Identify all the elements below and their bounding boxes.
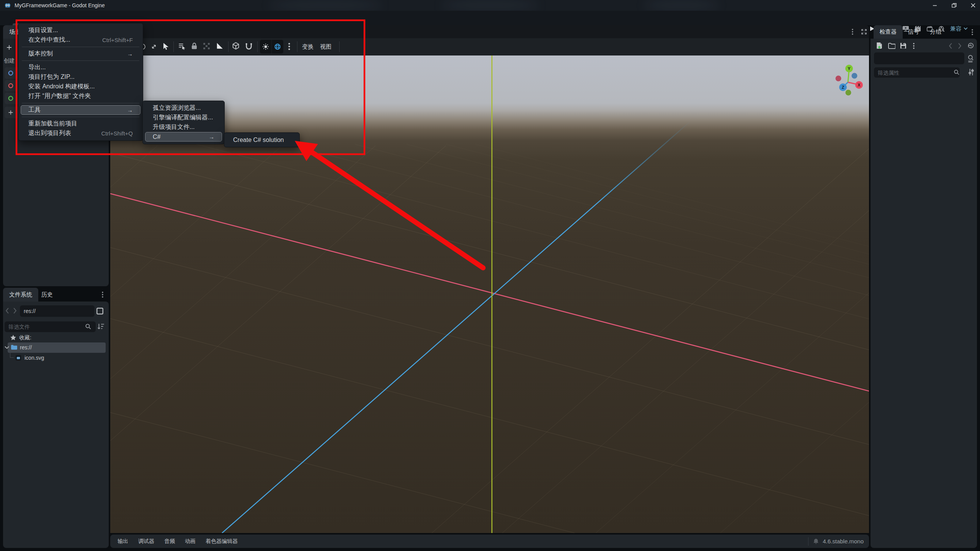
tree-row-res-root[interactable]: res:// bbox=[8, 342, 106, 353]
minimize-button[interactable] bbox=[931, 2, 939, 9]
open-docs-icon[interactable] bbox=[967, 54, 975, 63]
fs-filter-search-icon bbox=[85, 323, 91, 330]
tab-inspector[interactable]: 检查器 bbox=[874, 25, 903, 39]
menu-item-orphan-resources[interactable]: 孤立资源浏览器... bbox=[143, 103, 224, 113]
inspector-tune-icon[interactable] bbox=[968, 68, 975, 76]
menu-item-find-in-files[interactable]: 在文件中查找...Ctrl+Shift+F bbox=[18, 35, 143, 45]
restore-button[interactable] bbox=[950, 2, 958, 9]
scale-tool-icon[interactable] bbox=[150, 43, 158, 51]
fs-path-field[interactable] bbox=[20, 305, 95, 317]
svg-text:X: X bbox=[858, 83, 861, 87]
fs-sort-icon[interactable] bbox=[97, 323, 105, 330]
ruler-icon[interactable] bbox=[216, 42, 223, 50]
close-button[interactable] bbox=[969, 2, 977, 9]
menu-item-reload-project[interactable]: 重新加载当前项目 bbox=[18, 119, 143, 129]
history-forward-icon[interactable] bbox=[958, 43, 962, 49]
menu-item-project-settings[interactable]: 项目设置... bbox=[18, 26, 143, 35]
resource-options-icon[interactable] bbox=[913, 43, 915, 49]
menu-item-export[interactable]: 导出... bbox=[18, 63, 143, 72]
fs-back-icon[interactable] bbox=[5, 308, 9, 314]
tree-row-icon-svg[interactable]: icon.svg bbox=[15, 354, 44, 362]
inspector-filter-input[interactable] bbox=[874, 67, 960, 78]
animation-button[interactable]: 动画 bbox=[180, 535, 201, 548]
favorites-label: 收藏: bbox=[19, 334, 31, 341]
audio-button[interactable]: 音频 bbox=[159, 535, 180, 548]
project-menu-popup: 项目设置... 在文件中查找...Ctrl+Shift+F 版本控制→ 导出..… bbox=[18, 23, 143, 141]
save-resource-icon[interactable] bbox=[900, 42, 906, 49]
menu-item-install-android-template[interactable]: 安装 Android 构建模板... bbox=[18, 82, 143, 91]
tab-filesystem[interactable]: 文件系统 bbox=[3, 288, 38, 302]
svg-text:Y: Y bbox=[848, 66, 851, 71]
godot-logo-icon bbox=[4, 2, 11, 9]
fs-forward-icon[interactable] bbox=[13, 308, 17, 314]
fs-filter-input[interactable] bbox=[5, 321, 96, 332]
transform-menu[interactable]: 变换 bbox=[302, 43, 314, 51]
filesystem-dock-menu-icon[interactable] bbox=[102, 292, 103, 298]
menu-item-create-csharp-solution[interactable]: Create C# solution bbox=[224, 135, 299, 145]
snap-magnet-icon[interactable] bbox=[245, 42, 253, 50]
preview-environment-toggle[interactable] bbox=[272, 40, 283, 54]
gizmo-neg-y bbox=[846, 90, 851, 96]
menu-item-version-control[interactable]: 版本控制→ bbox=[18, 49, 143, 59]
new-scene-tab-button[interactable] bbox=[147, 28, 155, 36]
shader-editor-button[interactable]: 着色器编辑器 bbox=[201, 535, 243, 548]
select-tool-icon[interactable] bbox=[162, 42, 170, 51]
lock-icon[interactable] bbox=[191, 42, 198, 50]
window-title: MyGFrameworkGame - Godot Engine bbox=[15, 2, 105, 8]
menu-item-pack-zip[interactable]: 项目打包为 ZIP... bbox=[18, 72, 143, 82]
node-name-bar bbox=[874, 52, 964, 64]
csharp-submenu-popup: Create C# solution bbox=[224, 132, 300, 147]
new-resource-icon[interactable] bbox=[876, 42, 883, 50]
menu-item-open-user-data-folder[interactable]: 打开 “用户数据” 文件夹 bbox=[18, 91, 143, 101]
snap-object-icon[interactable] bbox=[232, 42, 240, 50]
menu-item-upgrade-project-files[interactable]: 升级项目文件... bbox=[143, 122, 224, 132]
gizmo-neg-z bbox=[852, 73, 858, 79]
tools-submenu-popup: 孤立资源浏览器... 引擎编译配置编辑器... 升级项目文件... C#→ bbox=[142, 101, 225, 144]
fs-split-view-icon[interactable] bbox=[96, 307, 104, 315]
tab-history[interactable]: 历史 bbox=[38, 288, 56, 302]
debugger-button[interactable]: 调试器 bbox=[133, 535, 159, 548]
add-node-button[interactable] bbox=[5, 43, 14, 52]
scene-tab-menu-icon[interactable] bbox=[850, 28, 855, 36]
godot-editor-window: MyGFrameworkGame - Godot Engine 场景 项目 调试… bbox=[0, 0, 980, 551]
renderer-dropdown[interactable]: 兼容 bbox=[950, 25, 968, 33]
folder-icon bbox=[11, 344, 18, 350]
view-menu[interactable]: 视图 bbox=[320, 43, 332, 51]
scene-tab-bar bbox=[110, 25, 869, 38]
tab-signals[interactable]: 信号 bbox=[904, 25, 923, 39]
object-history-icon[interactable] bbox=[967, 42, 974, 49]
preview-sun-toggle[interactable] bbox=[260, 40, 271, 54]
gizmo-neg-x bbox=[836, 76, 841, 82]
create-root-label: 创建 bbox=[4, 57, 15, 64]
history-back-icon[interactable] bbox=[949, 43, 952, 49]
axis-gizmo[interactable]: Y X Z bbox=[826, 60, 869, 106]
tab-groups[interactable]: 分组 bbox=[926, 25, 945, 39]
menu-item-engine-compile-config[interactable]: 引擎编译配置编辑器... bbox=[143, 113, 224, 122]
load-resource-icon[interactable] bbox=[888, 43, 895, 49]
menu-item-csharp[interactable]: C#→ bbox=[145, 132, 222, 142]
viewport-options-icon[interactable] bbox=[288, 43, 290, 50]
inspector-dock-menu-icon[interactable] bbox=[972, 29, 973, 35]
inspector-filter-search-icon bbox=[954, 69, 960, 75]
favorites-star-icon bbox=[10, 334, 16, 341]
viewport-toolbar bbox=[110, 38, 869, 55]
version-label: 4.6.stable.mono bbox=[823, 538, 864, 544]
godot-file-icon bbox=[15, 355, 21, 361]
output-button[interactable]: 输出 bbox=[113, 535, 133, 548]
svg-text:Z: Z bbox=[842, 85, 844, 90]
bottom-panel-bar: 输出 调试器 音频 动画 着色器编辑器 4.6.stable.mono bbox=[110, 535, 869, 548]
group-icon[interactable] bbox=[203, 42, 210, 50]
menu-item-quit-to-project-list[interactable]: 退出到项目列表Ctrl+Shift+Q bbox=[18, 129, 143, 138]
menu-item-tools[interactable]: 工具→ bbox=[21, 105, 140, 115]
title-bar: MyGFrameworkGame - Godot Engine bbox=[0, 0, 980, 11]
notification-bell-icon[interactable] bbox=[813, 538, 819, 544]
menu-bar: 场景 项目 调试 编辑器 帮助 2D 3D 脚本 游戏 bbox=[0, 11, 980, 25]
distraction-free-icon[interactable] bbox=[860, 28, 868, 36]
list-select-icon[interactable] bbox=[178, 42, 186, 51]
